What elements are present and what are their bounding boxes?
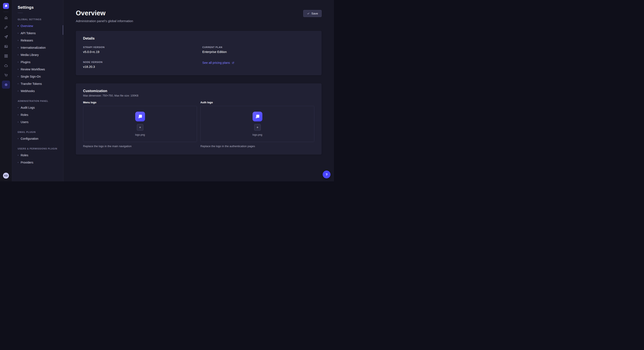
strapi-version-field: STRAPI VERSION v5.0.0-rc.19 — [83, 46, 195, 54]
strapi-logo-mark — [4, 4, 8, 8]
sidebar-item-label: Roles — [21, 113, 28, 117]
nav-home-button[interactable] — [2, 14, 10, 22]
node-version-field: NODE VERSION v18.20.3 — [83, 61, 195, 68]
home-icon — [4, 16, 8, 20]
strapi-logo-mark — [137, 114, 143, 120]
paper-plane-icon — [4, 35, 8, 39]
nav-settings-button[interactable] — [2, 81, 10, 89]
field-label: NODE VERSION — [83, 61, 195, 63]
bullet — [18, 54, 18, 55]
sidebar-item-review-workflows[interactable]: Review Workflows — [12, 66, 63, 73]
bullet — [18, 47, 18, 48]
help-button[interactable]: ? — [323, 171, 330, 178]
check-icon — [307, 12, 310, 15]
nav-deploy-button[interactable] — [2, 33, 10, 41]
menu-logo-column: Menu logo logo — [83, 101, 197, 148]
page-subtitle: Administration panel’s global informatio… — [76, 19, 133, 23]
nav-content-editor-button[interactable] — [2, 23, 10, 31]
cloud-icon — [4, 64, 8, 68]
auth-logo-dropzone[interactable]: logo.png — [200, 106, 314, 142]
auth-logo-preview — [252, 112, 262, 121]
section-users-permissions-plugin: USERS & PERMISSIONS PLUGIN Roles Provide… — [12, 147, 63, 166]
details-card: Details STRAPI VERSION v5.0.0-rc.19 NODE… — [76, 31, 322, 75]
sidebar-item-releases[interactable]: Releases — [12, 37, 63, 44]
bullet — [18, 83, 18, 84]
sidebar-item-webhooks[interactable]: Webhooks — [12, 87, 63, 95]
section-label: EMAIL PLUGIN — [12, 131, 63, 133]
sidebar-item-label: Users — [21, 120, 28, 124]
strapi-logo[interactable] — [3, 3, 9, 9]
pricing-plans-link-label: See all pricing plans — [202, 61, 230, 64]
sidebar-item-label: Providers — [21, 161, 33, 164]
section-email-plugin: EMAIL PLUGIN Configuration — [12, 131, 63, 142]
user-avatar[interactable]: KD — [3, 173, 9, 178]
pencil-icon — [4, 25, 8, 29]
field-value: v18.20.3 — [83, 65, 195, 68]
save-button-label: Save — [311, 12, 318, 15]
sidebar-item-label: API Tokens — [21, 31, 36, 35]
customization-constraints: Max dimension: 750×750, Max file size: 1… — [83, 94, 314, 97]
sidebar-item-transfer-tokens[interactable]: Transfer Tokens — [12, 80, 63, 87]
save-button[interactable]: Save — [303, 10, 322, 17]
nav-content-type-builder-button[interactable] — [2, 52, 10, 60]
sidebar-item-label: Releases — [21, 39, 33, 42]
field-value: Enterprise Edition — [202, 50, 314, 54]
sidebar-item-label: Roles — [21, 154, 28, 157]
main-nav-rail: KD — [0, 0, 12, 181]
sidebar-item-single-sign-on[interactable]: Single Sign-On — [12, 73, 63, 80]
sidebar-item-email-configuration[interactable]: Configuration — [12, 135, 63, 142]
bullet — [18, 62, 18, 62]
bullet — [18, 69, 18, 70]
blocks-icon — [4, 54, 8, 58]
bullet — [18, 162, 18, 163]
gear-icon — [4, 83, 8, 87]
sidebar-item-overview[interactable]: Overview — [12, 22, 63, 29]
auth-logo-label: Auth logo — [200, 101, 314, 104]
auth-logo-add-button[interactable] — [254, 124, 261, 131]
sidebar-item-label: Transfer Tokens — [21, 82, 42, 85]
sidebar-item-admin-users[interactable]: Users — [12, 118, 63, 126]
shopping-cart-icon — [4, 73, 8, 77]
rail-divider — [4, 12, 8, 12]
pricing-plans-link[interactable]: See all pricing plans — [202, 61, 234, 64]
picture-icon — [4, 44, 8, 48]
sidebar-item-internationalization[interactable]: Internationalization — [12, 44, 63, 51]
field-label: STRAPI VERSION — [83, 46, 195, 48]
field-value: v5.0.0-rc.19 — [83, 50, 195, 54]
sidebar-item-admin-roles[interactable]: Roles — [12, 111, 63, 118]
menu-logo-filename: logo.png — [135, 133, 145, 136]
sidebar-item-media-library[interactable]: Media Library — [12, 51, 63, 58]
menu-logo-dropzone[interactable]: logo.png — [83, 106, 197, 142]
bullet — [18, 155, 18, 156]
sidebar-item-audit-logs[interactable]: Audit Logs — [12, 104, 63, 111]
details-title: Details — [83, 36, 314, 40]
sidebar-item-plugins[interactable]: Plugins — [12, 58, 63, 66]
nav-cloud-button[interactable] — [2, 61, 10, 70]
customization-title: Customization — [83, 89, 314, 93]
menu-logo-hint: Replace the logo in the main navigation — [83, 145, 197, 148]
page-title: Overview — [76, 9, 133, 17]
current-plan-field: CURRENT PLAN Enterprise Edition — [202, 46, 314, 54]
menu-logo-add-button[interactable] — [137, 124, 143, 131]
external-link-icon — [232, 61, 234, 64]
nav-media-library-button[interactable] — [2, 42, 10, 50]
plus-icon — [256, 126, 259, 129]
sidebar-item-api-tokens[interactable]: API Tokens — [12, 29, 63, 37]
sidebar-item-up-providers[interactable]: Providers — [12, 159, 63, 166]
sidebar-item-label: Audit Logs — [21, 106, 35, 109]
sidebar-item-label: Plugins — [21, 60, 30, 64]
sidebar-scrollbar-thumb[interactable] — [62, 25, 63, 35]
main-content: Overview Administration panel’s global i… — [64, 0, 334, 181]
section-label: ADMINISTRATION PANEL — [12, 100, 63, 102]
bullet — [18, 25, 18, 26]
sidebar-item-label: Media Library — [21, 53, 39, 57]
page-header: Overview Administration panel’s global i… — [76, 0, 322, 23]
sidebar-title: Settings — [12, 5, 63, 10]
menu-logo-label: Menu logo — [83, 101, 197, 104]
customization-card: Customization Max dimension: 750×750, Ma… — [76, 83, 322, 155]
sidebar-item-up-roles[interactable]: Roles — [12, 152, 63, 159]
auth-logo-hint: Replace the logo in the authentication p… — [200, 145, 314, 148]
section-label: USERS & PERMISSIONS PLUGIN — [12, 147, 63, 150]
nav-marketplace-button[interactable] — [2, 71, 10, 79]
bullet — [18, 33, 18, 34]
